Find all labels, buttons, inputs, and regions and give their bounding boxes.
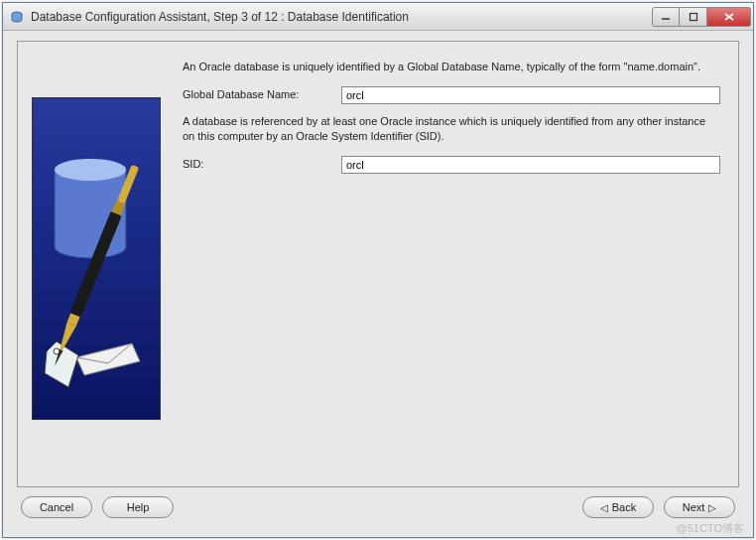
gdn-input[interactable] — [341, 86, 720, 104]
next-button[interactable]: Next ▷ — [664, 496, 735, 518]
svg-rect-10 — [117, 165, 139, 204]
gdn-row: Global Database Name: — [183, 86, 720, 104]
content-area: An Oracle database is uniquely identifie… — [3, 31, 753, 537]
svg-marker-14 — [53, 323, 76, 361]
maximize-button[interactable] — [680, 7, 707, 27]
close-button[interactable] — [707, 7, 751, 27]
wizard-illustration — [32, 97, 161, 420]
form-area: An Oracle database is uniquely identifie… — [175, 50, 730, 478]
svg-marker-15 — [53, 349, 63, 367]
chevron-left-icon: ◁ — [600, 502, 608, 513]
svg-rect-2 — [690, 13, 696, 20]
minimize-button[interactable] — [652, 7, 680, 27]
watermark: @51CTO博客 — [677, 521, 744, 536]
button-bar: Cancel Help ◁ Back Next ▷ — [17, 487, 739, 527]
window-controls — [652, 7, 751, 27]
app-icon — [9, 9, 25, 25]
titlebar: Database Configuration Assistant, Step 3… — [3, 3, 753, 31]
window-title: Database Configuration Assistant, Step 3… — [31, 10, 652, 24]
sid-intro-text: A database is referenced by at least one… — [183, 114, 720, 144]
intro-text: An Oracle database is uniquely identifie… — [183, 60, 720, 74]
sid-input[interactable] — [341, 156, 720, 174]
sid-label: SID: — [183, 157, 341, 172]
back-button[interactable]: ◁ Back — [582, 496, 654, 518]
cancel-button[interactable]: Cancel — [21, 496, 92, 518]
chevron-right-icon: ▷ — [708, 502, 716, 513]
back-label: Back — [612, 501, 636, 513]
sid-row: SID: — [183, 156, 720, 174]
main-panel: An Oracle database is uniquely identifie… — [17, 41, 739, 487]
app-window: Database Configuration Assistant, Step 3… — [2, 2, 754, 538]
next-label: Next — [683, 501, 705, 513]
gdn-label: Global Database Name: — [183, 87, 341, 102]
help-button[interactable]: Help — [102, 496, 174, 518]
